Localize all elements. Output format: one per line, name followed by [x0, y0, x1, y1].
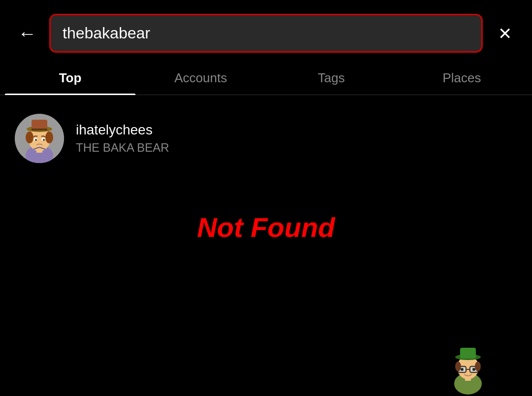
svg-point-26	[475, 362, 481, 371]
svg-point-25	[455, 362, 461, 371]
results-list: ihatelychees THE BAKA BEAR	[0, 95, 532, 182]
not-found-text: Not Found	[197, 211, 335, 243]
list-item[interactable]: ihatelychees THE BAKA BEAR	[0, 105, 532, 172]
user-info: ihatelychees THE BAKA BEAR	[76, 122, 169, 155]
tab-accounts[interactable]: Accounts	[135, 63, 266, 95]
svg-point-23	[461, 368, 464, 371]
bottom-character-decoration	[443, 342, 493, 396]
svg-rect-6	[32, 129, 47, 131]
search-bar-container	[49, 14, 483, 53]
svg-rect-17	[460, 348, 476, 359]
avatar	[15, 114, 64, 163]
svg-point-11	[35, 139, 37, 141]
username: ihatelychees	[76, 122, 169, 138]
header: ← ✕	[0, 0, 532, 63]
search-input[interactable]	[49, 14, 483, 53]
svg-point-24	[472, 368, 475, 371]
tab-top[interactable]: Top	[5, 63, 135, 95]
svg-point-8	[45, 132, 53, 143]
svg-point-7	[26, 132, 33, 143]
tab-tags[interactable]: Tags	[266, 63, 397, 95]
display-name: THE BAKA BEAR	[76, 141, 169, 155]
clear-button[interactable]: ✕	[493, 24, 517, 43]
tab-places[interactable]: Places	[397, 63, 527, 95]
tabs-container: Top Accounts Tags Places	[0, 63, 532, 95]
not-found-container: Not Found	[0, 182, 532, 263]
svg-point-12	[43, 139, 45, 141]
back-button[interactable]: ←	[15, 24, 39, 43]
